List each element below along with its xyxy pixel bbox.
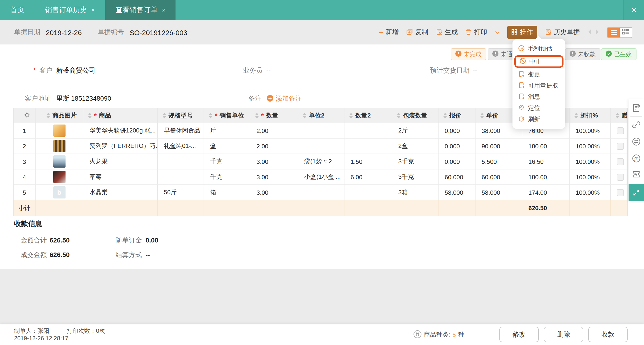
cell-product: 华美华夫软饼1200g 糕...: [83, 123, 158, 138]
deposit-value: 0.00: [146, 236, 158, 244]
column-header-discount[interactable]: 折扣%: [570, 108, 611, 123]
sort-icon: [255, 112, 259, 118]
menu-item-change[interactable]: 变更: [512, 69, 565, 80]
doc-arrow-icon: [518, 70, 525, 78]
column-header-unit2[interactable]: 单位2: [298, 108, 344, 123]
menu-item-label: 中止: [529, 57, 542, 66]
column-header-product[interactable]: *商品: [83, 108, 158, 123]
expand-icon[interactable]: [628, 184, 644, 201]
menu-item-available-extract[interactable]: 可用量提取: [512, 80, 565, 91]
tab-home[interactable]: 首页: [0, 0, 35, 20]
column-header-spec[interactable]: 规格型号: [158, 108, 204, 123]
doc-date-label: 单据日期: [14, 28, 40, 36]
svg-text:毛: 毛: [520, 46, 523, 50]
window-close-icon[interactable]: ×: [624, 0, 644, 20]
menu-item-refresh[interactable]: 刷新: [512, 114, 565, 125]
column-header-image[interactable]: 商品图片: [36, 108, 83, 123]
column-header-unit[interactable]: *销售单位: [204, 108, 250, 123]
column-label: 数量2: [355, 111, 371, 120]
print-button[interactable]: 打印: [465, 28, 487, 36]
tab-close-icon[interactable]: ×: [162, 6, 165, 14]
money-ticket-icon[interactable]: ¥: [628, 170, 644, 179]
svg-text:¥: ¥: [635, 172, 638, 177]
badge-label: 已生效: [614, 50, 632, 58]
history-docs-button[interactable]: 历史单据: [545, 28, 580, 36]
owe-icon[interactable]: 欠: [628, 154, 644, 163]
cell-amount: 180.00: [522, 170, 570, 184]
column-header-qty[interactable]: *数量: [250, 108, 298, 123]
cell-quote: 0.000: [438, 154, 476, 169]
cell-quote: 0.000: [438, 123, 476, 138]
gift-checkbox[interactable]: [617, 127, 624, 134]
cell-pack-qty: 3千克: [392, 170, 438, 184]
product-image[interactable]: [53, 140, 65, 152]
column-header-gift[interactable]: 赠品: [611, 108, 628, 123]
column-label: 规格型号: [168, 111, 193, 120]
row-index: 2: [14, 138, 36, 154]
menu-item-profit-estimate[interactable]: 毛 毛利预估: [512, 43, 565, 54]
menu-item-locate[interactable]: 定位: [512, 102, 565, 114]
status-badge-unfinished: 未完成: [451, 48, 486, 60]
cell-price: 90.000: [476, 138, 522, 154]
receive-payment-button[interactable]: 收款: [588, 327, 628, 342]
cell-product: 水晶梨: [83, 185, 158, 200]
column-header-qty2[interactable]: 数量2: [344, 108, 392, 123]
gift-checkbox[interactable]: [617, 189, 624, 196]
subtotal-label: 小计: [14, 200, 36, 216]
tab-label: 首页: [10, 6, 24, 14]
print-dropdown-chevron-icon[interactable]: [495, 28, 500, 36]
column-label: 销售单位: [220, 111, 244, 120]
exchange-icon[interactable]: [628, 137, 644, 146]
settings-gear-icon: [23, 111, 30, 120]
add-remark-button[interactable]: 添加备注: [267, 94, 302, 103]
sort-icon: [349, 112, 353, 118]
column-header-quote[interactable]: 报价: [438, 108, 476, 123]
copy-button[interactable]: 复制: [406, 28, 428, 36]
action-button[interactable]: 操作: [507, 26, 537, 39]
history-label: 历史单据: [554, 28, 580, 36]
generate-doc-icon: [436, 28, 442, 36]
modify-button[interactable]: 修改: [500, 327, 539, 342]
cell-qty: 2.00: [250, 123, 298, 138]
sort-icon: [209, 112, 212, 118]
cell-discount: 100.00%: [570, 123, 611, 138]
list-view-button[interactable]: [608, 28, 620, 37]
add-remark-label: 添加备注: [276, 94, 302, 103]
product-image[interactable]: [53, 171, 65, 183]
product-image[interactable]: [53, 124, 65, 137]
salesman-label: 业务员: [243, 66, 262, 75]
tab-bar: 首页 销售订单历史 × 查看销售订单 × ×: [0, 0, 644, 20]
detail-view-button[interactable]: [620, 28, 632, 37]
next-arrow-icon[interactable]: [595, 28, 600, 36]
column-header-pack-qty[interactable]: 包装数量: [392, 108, 438, 123]
required-asterisk: *: [33, 66, 36, 74]
gift-checkbox[interactable]: [617, 174, 624, 180]
cell-discount: 100.00%: [570, 185, 611, 200]
menu-item-label: 毛利预估: [528, 44, 552, 53]
tab-view-sales-order[interactable]: 查看销售订单 ×: [105, 0, 176, 20]
menu-item-message[interactable]: 消息: [512, 91, 565, 102]
gift-checkbox[interactable]: [617, 158, 624, 165]
gift-checkbox[interactable]: [617, 142, 624, 150]
menu-item-label: 定位: [528, 104, 540, 112]
add-button[interactable]: + 新增: [379, 28, 399, 36]
column-settings[interactable]: [14, 108, 36, 123]
product-image[interactable]: [53, 156, 65, 168]
product-image[interactable]: b: [53, 186, 65, 198]
prev-arrow-icon[interactable]: [587, 28, 592, 36]
link-icon[interactable]: [628, 120, 644, 129]
category-unit: 种: [458, 330, 464, 339]
plus-icon: +: [379, 28, 383, 36]
cell-discount: 100.00%: [570, 170, 611, 184]
generate-button[interactable]: 生成: [436, 28, 458, 36]
sort-icon: [480, 112, 484, 118]
menu-item-abort[interactable]: 中止: [514, 55, 564, 68]
cell-pack-qty: 3千克: [392, 154, 438, 169]
tab-close-icon[interactable]: ×: [91, 6, 95, 14]
tab-sales-order-history[interactable]: 销售订单历史 ×: [35, 0, 105, 20]
cell-price: 58.000: [476, 185, 522, 200]
side-divider: [630, 116, 642, 116]
delete-button[interactable]: 删除: [544, 327, 583, 342]
cell-discount: 100.00%: [570, 138, 611, 154]
doc-history-icon[interactable]: [628, 104, 644, 112]
